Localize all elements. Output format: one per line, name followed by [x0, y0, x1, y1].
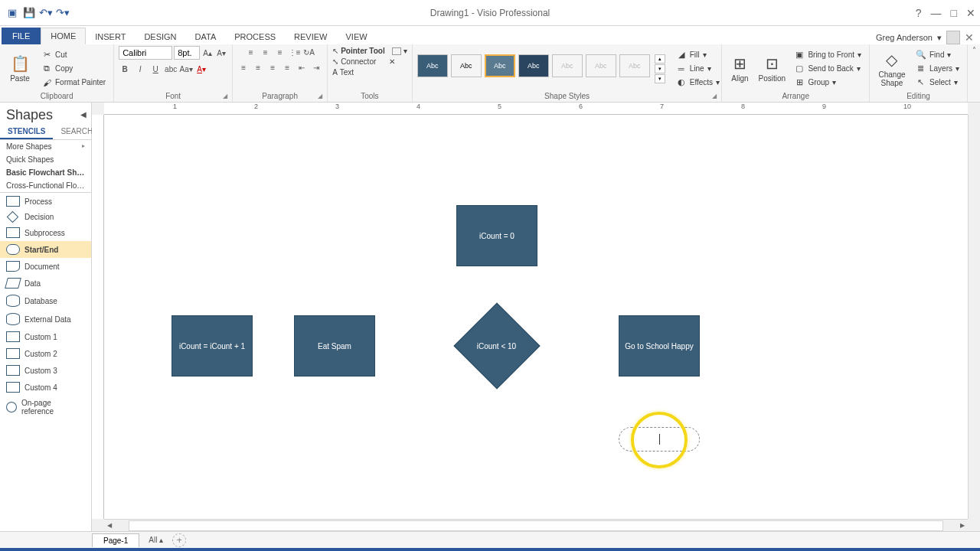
- horizontal-scrollbar[interactable]: ◀ ▶: [104, 519, 968, 531]
- font-color-button[interactable]: A▾: [195, 63, 207, 75]
- align-bottom-button[interactable]: ≡: [274, 46, 286, 58]
- align-right-button[interactable]: ≡: [266, 61, 279, 73]
- shape-custom3[interactable]: Custom 3: [0, 362, 91, 379]
- tab-data[interactable]: DATA: [186, 29, 226, 44]
- tab-design[interactable]: DESIGN: [135, 29, 185, 44]
- styles-dialog-launcher[interactable]: ◢: [712, 93, 720, 100]
- shape-decision[interactable]: Decision: [0, 210, 91, 224]
- shape-external-data[interactable]: External Data: [0, 310, 91, 328]
- underline-button[interactable]: U: [149, 63, 162, 75]
- find-button[interactable]: 🔍Find▾: [913, 49, 962, 61]
- align-center-button[interactable]: ≡: [252, 61, 264, 73]
- stencil-basic-flowchart[interactable]: Basic Flowchart Shapes: [0, 166, 91, 179]
- flowchart-process-increment[interactable]: iCount = iCount + 1: [172, 315, 253, 377]
- shape-subprocess[interactable]: Subprocess: [0, 224, 91, 241]
- rectangle-tool-button[interactable]: [392, 47, 401, 55]
- style-swatch[interactable]: Abc: [485, 54, 515, 77]
- shape-data[interactable]: Data: [0, 275, 91, 292]
- gallery-up-button[interactable]: ▴: [655, 54, 665, 64]
- style-swatch[interactable]: Abc: [619, 54, 650, 77]
- select-button[interactable]: ↖Select▾: [913, 77, 962, 89]
- shape-custom2[interactable]: Custom 2: [0, 345, 91, 362]
- group-button[interactable]: ⊞Group▾: [791, 77, 864, 89]
- style-swatch[interactable]: Abc: [417, 54, 448, 77]
- tab-process[interactable]: PROCESS: [225, 29, 285, 44]
- align-middle-button[interactable]: ≡: [260, 46, 272, 58]
- style-swatch[interactable]: Abc: [451, 54, 482, 77]
- bring-front-button[interactable]: ▣Bring to Front▾: [791, 49, 864, 61]
- collapse-ribbon-button[interactable]: ˄: [972, 46, 976, 54]
- user-menu-chevron[interactable]: ▾: [937, 33, 942, 43]
- change-shape-button[interactable]: ◇Change Shape: [874, 47, 910, 90]
- tab-file[interactable]: FILE: [2, 28, 41, 44]
- close-icon[interactable]: ✕: [966, 7, 975, 19]
- grow-font-button[interactable]: A▴: [201, 47, 214, 59]
- shape-custom4[interactable]: Custom 4: [0, 379, 91, 396]
- fill-button[interactable]: ◢Fill▾: [673, 49, 723, 61]
- stencils-tab[interactable]: STENCILS: [0, 125, 53, 139]
- shape-custom1[interactable]: Custom 1: [0, 328, 91, 345]
- style-swatch[interactable]: Abc: [518, 54, 549, 77]
- vertical-scrollbar[interactable]: [968, 115, 980, 519]
- shape-process[interactable]: Process: [0, 193, 91, 210]
- connector-tool-button[interactable]: ⤡Connector✕: [332, 57, 395, 67]
- bold-button[interactable]: B: [119, 63, 131, 75]
- avatar[interactable]: [946, 31, 960, 44]
- text-tool-button[interactable]: AText: [332, 67, 354, 77]
- help-icon[interactable]: ?: [916, 7, 922, 19]
- collapse-panel-button[interactable]: ◀: [80, 110, 87, 119]
- stencil-more-shapes[interactable]: More Shapes: [0, 140, 91, 153]
- justify-button[interactable]: ≡: [281, 61, 293, 73]
- shape-onpage-ref[interactable]: On-page reference: [0, 396, 91, 419]
- scroll-left-button[interactable]: ◀: [104, 520, 115, 531]
- page-tab-1[interactable]: Page-1: [92, 533, 139, 547]
- line-button[interactable]: ═Line▾: [673, 63, 723, 75]
- drawing-canvas[interactable]: iCount = 0 iCount = iCount + 1 Eat Spam …: [104, 115, 968, 519]
- pointer-tool-button[interactable]: ↖Pointer Tool▾: [332, 46, 407, 56]
- layers-button[interactable]: ≣Layers▾: [913, 63, 962, 75]
- send-back-button[interactable]: ▢Send to Back▾: [791, 63, 864, 75]
- tab-view[interactable]: VIEW: [336, 29, 376, 44]
- scroll-track[interactable]: [129, 520, 943, 531]
- shape-database[interactable]: Database: [0, 292, 91, 310]
- italic-button[interactable]: I: [134, 63, 146, 75]
- flowchart-process-eat[interactable]: Eat Spam: [294, 315, 375, 377]
- font-name-combo[interactable]: [119, 46, 172, 60]
- shape-start-end[interactable]: Start/End: [0, 241, 91, 258]
- gallery-more-button[interactable]: ▾: [655, 74, 665, 83]
- add-page-button[interactable]: +: [172, 533, 186, 547]
- effects-button[interactable]: ◐Effects▾: [673, 77, 723, 89]
- align-button[interactable]: ⊞Align: [727, 47, 753, 90]
- save-icon[interactable]: 💾: [21, 5, 37, 21]
- strike-button[interactable]: abc: [165, 63, 177, 75]
- gallery-down-button[interactable]: ▾: [655, 64, 665, 73]
- undo-icon[interactable]: ↶▾: [38, 5, 54, 21]
- stencil-cross-functional[interactable]: Cross-Functional Flow…: [0, 179, 91, 192]
- rotate-text-button[interactable]: ↻A: [303, 46, 315, 58]
- flowchart-process-init[interactable]: iCount = 0: [456, 205, 537, 266]
- align-left-button[interactable]: ≡: [237, 61, 250, 73]
- scroll-right-button[interactable]: ▶: [957, 520, 968, 531]
- flowchart-decision[interactable]: iCount < 10: [453, 302, 540, 389]
- flowchart-process-happy[interactable]: Go to School Happy: [619, 315, 700, 377]
- close-document-icon[interactable]: ✕: [965, 31, 974, 44]
- maximize-icon[interactable]: □: [951, 7, 957, 19]
- tab-insert[interactable]: INSERT: [86, 29, 135, 44]
- tab-review[interactable]: REVIEW: [285, 29, 336, 44]
- paste-button[interactable]: 📋 Paste: [5, 47, 35, 90]
- font-dialog-launcher[interactable]: ◢: [223, 93, 230, 100]
- copy-button[interactable]: ⧉Copy: [38, 63, 109, 75]
- style-swatch[interactable]: Abc: [552, 54, 583, 77]
- page-tab-all[interactable]: All ▴: [142, 533, 169, 546]
- indent-inc-button[interactable]: ⇥: [310, 61, 322, 73]
- shape-document[interactable]: Document: [0, 258, 91, 275]
- minimize-icon[interactable]: —: [931, 7, 942, 19]
- case-button[interactable]: Aa▾: [180, 63, 192, 75]
- align-top-button[interactable]: ≡: [245, 46, 257, 58]
- font-size-combo[interactable]: [174, 46, 200, 60]
- paragraph-dialog-launcher[interactable]: ◢: [318, 93, 325, 100]
- stencil-quick-shapes[interactable]: Quick Shapes: [0, 153, 91, 166]
- tab-home[interactable]: HOME: [41, 28, 86, 44]
- position-button[interactable]: ⊡Position: [756, 47, 788, 90]
- cut-button[interactable]: ✂Cut: [38, 49, 109, 61]
